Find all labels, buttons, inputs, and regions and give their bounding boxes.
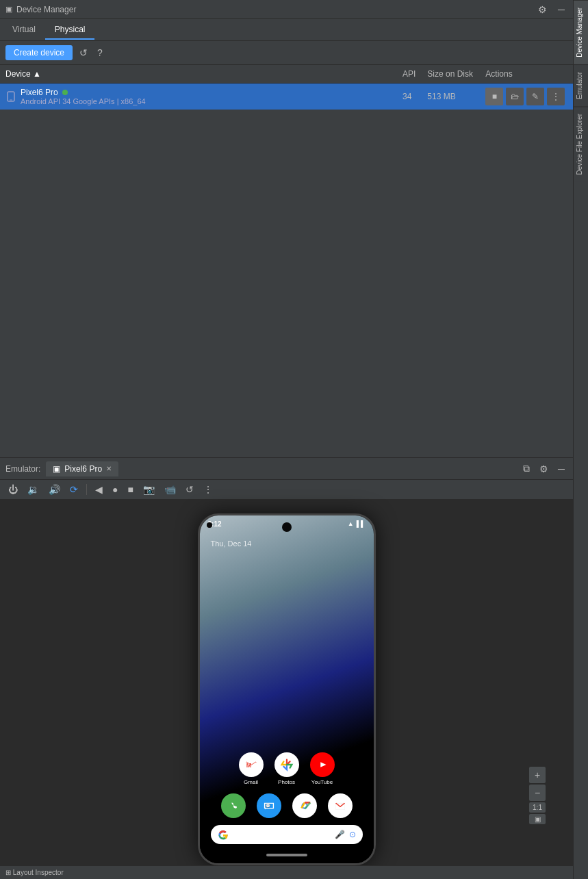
window-icon: ▣ <box>5 5 12 14</box>
app-label-gmail: Gmail <box>244 779 258 785</box>
messages-icon: 💬 <box>257 793 281 818</box>
svg-point-8 <box>226 798 241 813</box>
app-icon-photos[interactable]: Photos <box>274 752 299 785</box>
minimize-button[interactable]: ─ <box>555 3 567 16</box>
home-button[interactable]: ● <box>110 483 120 496</box>
power-button[interactable]: ⏻ <box>5 483 21 496</box>
gmail-icon: M <box>239 752 264 777</box>
tab-physical[interactable]: Physical <box>45 21 95 40</box>
device-phone-icon <box>5 91 16 102</box>
app-icon-gmail2[interactable] <box>328 793 353 818</box>
app-icon-youtube[interactable]: YouTube <box>310 752 335 785</box>
svg-text:M: M <box>246 762 251 769</box>
actions-cell: ■ 🗁 ✎ ⋮ <box>480 84 573 110</box>
right-panel: Device Manager Emulator Device File Expl… <box>573 0 588 879</box>
emulator-tab[interactable]: ▣ Pixel6 Pro ✕ <box>46 461 118 476</box>
wifi-icon: ▲ <box>348 520 354 527</box>
snapshots-button[interactable]: ↺ <box>183 483 196 496</box>
device-subtitle: Android API 34 Google APIs | x86_64 <box>21 97 146 105</box>
phone-app-icon <box>221 793 246 818</box>
stop-button[interactable]: ■ <box>485 88 503 105</box>
phone-nav-bar <box>200 850 374 861</box>
title-bar-controls: ⚙ ─ <box>535 3 567 16</box>
zoom-in-button[interactable]: + <box>529 767 546 783</box>
google-search-bar[interactable]: 🎤 ⊙ <box>211 825 363 844</box>
app-icon-phone[interactable] <box>221 793 246 818</box>
device-list-area: Device ▲ API Size on Disk Actions <box>0 65 573 457</box>
status-dot <box>62 90 68 95</box>
volume-up-button[interactable]: 🔊 <box>46 483 63 496</box>
emulator-label: Emulator: <box>5 464 40 474</box>
zoom-fit-button[interactable]: ▣ <box>529 814 546 824</box>
more-button[interactable]: ⋮ <box>547 88 565 105</box>
edit-button[interactable]: ✎ <box>526 88 544 105</box>
chrome-icon <box>292 793 317 818</box>
volume-down-button[interactable]: 🔉 <box>25 483 42 496</box>
google-g-icon <box>218 829 229 840</box>
emulator-settings-button[interactable]: ⚙ <box>537 462 551 476</box>
back-button[interactable]: ◀ <box>92 483 105 496</box>
emulator-toolbar: ⏻ 🔉 🔊 ⟳ ◀ ● ■ 📷 📹 ↺ ⋮ <box>0 480 573 500</box>
search-lens-icon[interactable]: ⊙ <box>349 830 356 839</box>
window-title: Device Manager <box>16 5 76 14</box>
layout-inspector-bar[interactable]: ⊞ Layout Inspector <box>0 865 573 879</box>
col-api: API <box>397 65 422 84</box>
zoom-out-button[interactable]: − <box>529 785 546 801</box>
phone-frame[interactable]: 3:12 ▲ ▌▌ Thu, Dec 14 <box>198 513 376 865</box>
phone-date: Thu, Dec 14 <box>211 539 252 548</box>
emulator-tab-icon: ▣ <box>53 464 60 474</box>
gmail2-icon <box>328 793 353 818</box>
device-name: Pixel6 Pro <box>21 88 146 97</box>
size-cell: 513 MB <box>422 84 480 110</box>
signal-icon: ▌▌ <box>357 520 366 527</box>
emulator-header: Emulator: ▣ Pixel6 Pro ✕ ⧉ ⚙ ─ <box>0 458 573 480</box>
svg-text:💬: 💬 <box>266 803 270 808</box>
camera-hole <box>282 522 292 532</box>
emulator-restore-button[interactable]: ⧉ <box>520 461 533 476</box>
app-icon-messages[interactable]: 💬 <box>257 793 281 818</box>
svg-rect-1 <box>10 100 12 101</box>
main-tabs: Virtual Physical <box>0 19 573 41</box>
toolbar-separator <box>86 484 87 495</box>
help-button[interactable]: ? <box>94 46 105 60</box>
recents-button[interactable]: ■ <box>125 483 136 496</box>
layout-inspector-label: ⊞ Layout Inspector <box>5 869 64 876</box>
phone-screen[interactable]: 3:12 ▲ ▌▌ Thu, Dec 14 <box>200 515 374 863</box>
right-panel-tab-device-manager[interactable]: Device Manager <box>574 0 588 64</box>
app-icons-grid: M Gmail <box>200 752 374 785</box>
app-icon-chrome[interactable] <box>292 793 317 818</box>
device-cell: Pixel6 Pro Android API 34 Google APIs | … <box>0 84 397 110</box>
emulator-tab-close[interactable]: ✕ <box>106 465 112 472</box>
emulator-content: 3:12 ▲ ▌▌ Thu, Dec 14 <box>0 500 573 879</box>
col-device[interactable]: Device ▲ <box>0 65 397 84</box>
more-emu-button[interactable]: ⋮ <box>201 483 216 496</box>
tab-virtual[interactable]: Virtual <box>3 21 45 40</box>
search-mic-icon[interactable]: 🎤 <box>335 830 345 839</box>
screenshot-button[interactable]: 📷 <box>140 483 157 496</box>
refresh-button[interactable]: ↺ <box>77 46 90 60</box>
folder-button[interactable]: 🗁 <box>506 88 524 105</box>
table-row[interactable]: Pixel6 Pro Android API 34 Google APIs | … <box>0 84 573 110</box>
photos-icon <box>274 752 299 777</box>
create-device-button[interactable]: Create device <box>5 45 73 60</box>
emulator-tab-name: Pixel6 Pro <box>64 464 102 474</box>
rotate-button[interactable]: ⟳ <box>67 483 81 496</box>
col-actions: Actions <box>480 65 573 84</box>
api-cell: 34 <box>397 84 422 110</box>
settings-button[interactable]: ⚙ <box>535 3 550 16</box>
screenrecord-button[interactable]: 📹 <box>162 483 179 496</box>
app-icon-gmail[interactable]: M Gmail <box>239 752 264 785</box>
app-label-youtube: YouTube <box>311 779 333 785</box>
col-size: Size on Disk <box>422 65 480 84</box>
device-table: Device ▲ API Size on Disk Actions <box>0 65 573 110</box>
right-panel-tab-emulator[interactable]: Emulator <box>574 64 588 106</box>
device-toolbar: Create device ↺ ? <box>0 41 573 65</box>
zoom-ratio: 1:1 <box>529 802 546 813</box>
front-camera-icon <box>207 522 212 528</box>
right-panel-tab-file-explorer[interactable]: Device File Explorer <box>574 106 588 181</box>
home-indicator <box>266 854 307 856</box>
emulator-close-button[interactable]: ─ <box>555 462 567 476</box>
status-icons: ▲ ▌▌ <box>348 520 366 527</box>
phone-datetime: Thu, Dec 14 <box>211 539 252 548</box>
emulator-panel: Emulator: ▣ Pixel6 Pro ✕ ⧉ ⚙ ─ ⏻ 🔉 🔊 ⟳ ◀… <box>0 457 573 879</box>
